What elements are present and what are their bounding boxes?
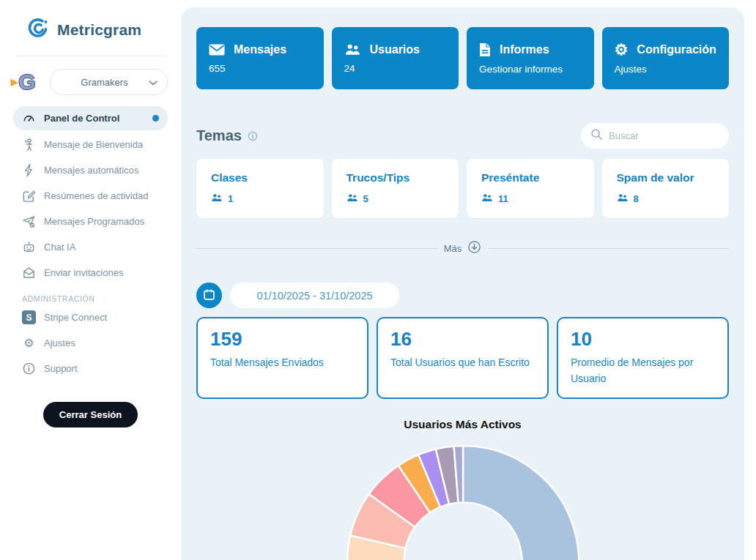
sidebar-item-label: Panel de Control	[44, 113, 119, 124]
sidebar-item-stripe-connect[interactable]: S Stripe Connect	[13, 306, 168, 329]
users-icon	[211, 193, 223, 204]
active-users-chart	[196, 441, 729, 560]
search-box	[581, 123, 729, 149]
sidebar-menu: Panel de Control Mensaje de Bienvenida M…	[13, 106, 168, 284]
divider-line	[196, 248, 437, 249]
person-wave-icon	[22, 138, 36, 152]
sidebar: Metricgram G ▶ Gramakers Panel de Contro…	[0, 0, 181, 560]
stat-card-total-usuarios: 16 Total Usuarios que han Escrito	[377, 317, 549, 399]
tema-card-clases[interactable]: Clases 1	[196, 159, 324, 218]
users-icon	[617, 193, 629, 204]
edit-icon	[22, 189, 36, 203]
sidebar-item-mensaje-de-bienvenida[interactable]: Mensaje de Bienvenida	[13, 133, 168, 156]
sidebar-item-label: Enviar invitaciones	[44, 267, 123, 278]
tema-title: Trucos/Tips	[346, 171, 445, 184]
brand-logo: Metricgram	[25, 16, 168, 44]
arrow-down-circle-icon	[467, 240, 481, 256]
stat-value: 16	[390, 328, 535, 351]
sidebar-item-ajustes[interactable]: ⚙ Ajustes	[13, 332, 168, 354]
stat-label: Promedio de Mensajes por Usuario	[571, 355, 715, 387]
more-divider: Más	[196, 240, 729, 256]
sidebar-item-label: Mensaje de Bienvenida	[44, 139, 143, 150]
temas-title: Temas	[196, 127, 242, 144]
stat-value: 159	[210, 328, 355, 351]
card-value: 24	[344, 63, 447, 74]
sidebar-section-administracion: ADMINISTRACIÓN	[22, 294, 168, 303]
temas-cards: Clases 1 Trucos/Tips 5 Preséntate 11 Spa…	[196, 159, 729, 218]
sidebar-item-enviar-invitaciones[interactable]: Enviar invitaciones	[13, 261, 168, 284]
users-icon	[344, 43, 361, 56]
logout-button[interactable]: Cerrar Sesión	[43, 402, 138, 428]
sidebar-item-mensajes-automaticos[interactable]: Mensajes automáticos	[13, 159, 168, 182]
gauge-icon	[22, 111, 36, 125]
gear-icon: ⚙	[22, 337, 36, 349]
stat-value: 10	[571, 328, 715, 351]
quick-actions: Mensajes 655 Usuarios 24 Informes Gestio…	[196, 27, 729, 89]
sidebar-item-label: Stripe Connect	[44, 312, 107, 323]
sidebar-item-support[interactable]: Support	[13, 357, 168, 380]
avatar-arrow-icon: ▶	[11, 77, 18, 87]
stripe-icon: S	[22, 310, 36, 324]
card-label: Informes	[500, 43, 549, 56]
search-input[interactable]	[609, 130, 738, 141]
tema-title: Spam de valor	[617, 171, 715, 184]
gear-icon: ⚙	[615, 42, 629, 57]
main-panel: Mensajes 655 Usuarios 24 Informes Gestio…	[181, 7, 744, 560]
workspace-name: Gramakers	[60, 77, 149, 88]
usuarios-card[interactable]: Usuarios 24	[332, 27, 459, 89]
card-label: Usuarios	[370, 43, 420, 56]
document-icon	[479, 42, 491, 57]
robot-icon	[22, 240, 36, 254]
informes-card[interactable]: Informes Gestionar informes	[467, 27, 594, 89]
users-icon	[481, 193, 493, 204]
chevron-down-icon	[149, 75, 158, 89]
calendar-icon	[203, 288, 215, 303]
stat-card-total-mensajes: 159 Total Mensajes Enviados	[196, 317, 368, 399]
stat-label: Total Mensajes Enviados	[210, 355, 355, 371]
sidebar-item-mensajes-programados[interactable]: Mensajes Programados	[13, 210, 168, 233]
tema-card-presentate[interactable]: Preséntate 11	[467, 159, 594, 218]
workspace-selector[interactable]: Gramakers	[50, 69, 168, 95]
bolt-icon	[22, 163, 36, 177]
swirl-icon	[25, 16, 50, 44]
tema-count-value: 5	[363, 193, 368, 204]
sidebar-item-label: Support	[44, 363, 78, 374]
donut-segment	[463, 446, 579, 560]
sidebar-item-label: Chat IA	[44, 242, 75, 253]
tema-count-value: 1	[228, 193, 233, 204]
tema-count-value: 11	[498, 193, 508, 204]
date-range-picker[interactable]: 01/10/2025 - 31/10/2025	[230, 283, 399, 308]
card-value: Gestionar informes	[479, 64, 582, 75]
sidebar-item-label: Ajustes	[44, 337, 75, 348]
tema-title: Clases	[211, 171, 309, 184]
send-check-icon	[22, 214, 36, 228]
configuracion-card[interactable]: ⚙ Configuración Ajustes	[602, 27, 730, 89]
search-icon	[590, 128, 603, 143]
card-value: Ajustes	[615, 64, 717, 75]
sidebar-item-chat-ia[interactable]: Chat IA	[13, 236, 168, 258]
tema-card-trucos-tips[interactable]: Trucos/Tips 5	[332, 159, 459, 218]
tema-card-spam-de-valor[interactable]: Spam de valor 8	[602, 159, 730, 218]
mensajes-card[interactable]: Mensajes 655	[196, 27, 324, 89]
info-icon[interactable]	[248, 131, 258, 141]
chart-title: Usuarios Más Activos	[196, 418, 729, 431]
tema-title: Preséntate	[481, 171, 579, 184]
sidebar-item-label: Mensajes automáticos	[44, 165, 138, 176]
divider	[15, 56, 166, 56]
sidebar-item-panel-de-control[interactable]: Panel de Control	[13, 106, 168, 130]
brand-name: Metricgram	[57, 21, 141, 39]
envelope-icon	[209, 44, 225, 56]
sidebar-item-resumenes-de-actividad[interactable]: Resúmenes de actividad	[13, 184, 168, 207]
card-label: Mensajes	[234, 43, 286, 56]
calendar-button[interactable]	[196, 283, 222, 308]
info-icon	[22, 362, 36, 376]
sidebar-item-label: Mensajes Programados	[44, 216, 144, 227]
tema-count-value: 8	[634, 193, 639, 204]
more-button[interactable]: Más	[444, 240, 482, 256]
card-label: Configuración	[637, 43, 716, 56]
users-icon	[346, 193, 358, 204]
stat-label: Total Usuarios que han Escrito	[390, 355, 535, 371]
divider-line	[489, 248, 729, 249]
sidebar-item-label: Resúmenes de actividad	[44, 190, 148, 201]
more-label: Más	[444, 243, 462, 254]
